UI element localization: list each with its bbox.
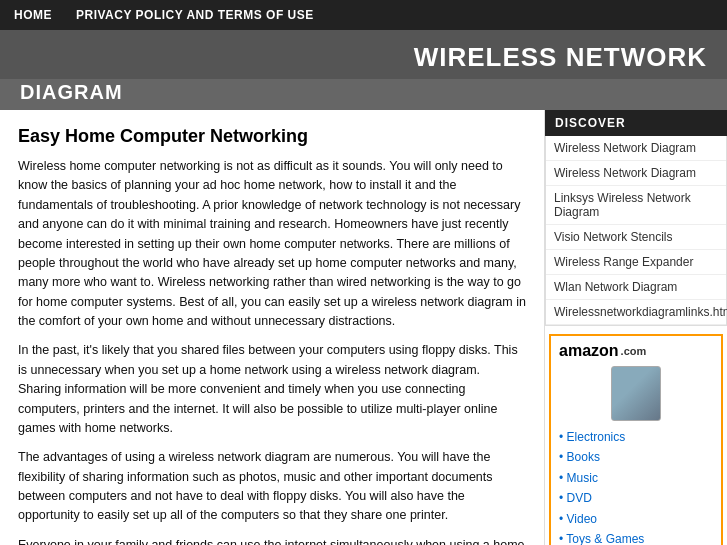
article-paragraph-1: Wireless home computer networking is not… bbox=[18, 157, 526, 331]
sidebar-link-7[interactable]: Wirelessnetworkdiagramlinks.html bbox=[546, 300, 726, 325]
article-paragraph-4: Everyone in your family and friends can … bbox=[18, 536, 526, 545]
amazon-link-music[interactable]: Music bbox=[559, 468, 713, 488]
amazon-link-books[interactable]: Books bbox=[559, 447, 713, 467]
page-title: WIRELESS NETWORK bbox=[414, 42, 707, 72]
sidebar-link-2[interactable]: Wireless Network Diagram bbox=[546, 161, 726, 186]
discover-header: DISCOVER bbox=[545, 110, 727, 136]
sidebar: DISCOVER Wireless Network Diagram Wirele… bbox=[545, 110, 727, 545]
page-subtitle: DIAGRAM bbox=[20, 81, 123, 103]
sidebar-link-1[interactable]: Wireless Network Diagram bbox=[546, 136, 726, 161]
article-paragraph-3: The advantages of using a wireless netwo… bbox=[18, 448, 526, 526]
sidebar-link-5[interactable]: Wireless Range Expander bbox=[546, 250, 726, 275]
article-paragraph-2: In the past, it's likely that you shared… bbox=[18, 341, 526, 438]
top-navigation: HOME PRIVACY POLICY AND TERMS OF USE bbox=[0, 0, 727, 30]
amazon-device-image bbox=[611, 366, 661, 421]
amazon-category-links: Electronics Books Music DVD Video Toys &… bbox=[559, 427, 713, 545]
amazon-link-video[interactable]: Video bbox=[559, 509, 713, 529]
sidebar-link-6[interactable]: Wlan Network Diagram bbox=[546, 275, 726, 300]
main-content: Easy Home Computer Networking Wireless h… bbox=[0, 110, 545, 545]
amazon-link-toys[interactable]: Toys & Games bbox=[559, 529, 713, 545]
amazon-logo-text: amazon bbox=[559, 342, 619, 360]
page-header: WIRELESS NETWORK bbox=[0, 30, 727, 79]
sidebar-links: Wireless Network Diagram Wireless Networ… bbox=[545, 136, 727, 326]
main-layout: Easy Home Computer Networking Wireless h… bbox=[0, 110, 727, 545]
subtitle-bar: DIAGRAM bbox=[0, 79, 727, 110]
amazon-link-electronics[interactable]: Electronics bbox=[559, 427, 713, 447]
amazon-logo: amazon.com bbox=[559, 342, 713, 360]
sidebar-link-4[interactable]: Visio Network Stencils bbox=[546, 225, 726, 250]
nav-privacy[interactable]: PRIVACY POLICY AND TERMS OF USE bbox=[76, 8, 314, 22]
amazon-link-dvd[interactable]: DVD bbox=[559, 488, 713, 508]
amazon-widget: amazon.com Electronics Books Music DVD V… bbox=[549, 334, 723, 545]
nav-home[interactable]: HOME bbox=[14, 8, 52, 22]
article-heading: Easy Home Computer Networking bbox=[18, 126, 526, 147]
sidebar-link-3[interactable]: Linksys Wireless Network Diagram bbox=[546, 186, 726, 225]
amazon-dotcom: .com bbox=[621, 345, 647, 357]
